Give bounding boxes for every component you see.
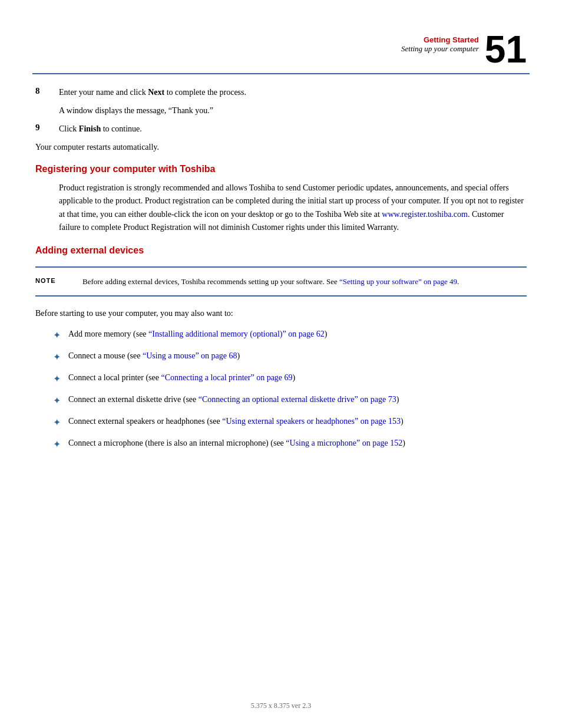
toshiba-register-link[interactable]: www.register.toshiba.com xyxy=(382,210,468,219)
link-speakers[interactable]: “Using external speakers or headphones” … xyxy=(222,417,401,426)
chapter-subtitle: Setting up your computer xyxy=(401,44,479,54)
body-text-after-steps: Your computer restarts automatically. xyxy=(35,141,527,153)
header-right: Getting Started Setting up your computer… xyxy=(401,35,527,68)
note-link[interactable]: “Setting up your software” on page 49 xyxy=(339,277,457,286)
bullet-content-6: Connect a microphone (there is also an i… xyxy=(68,437,527,449)
page-header: Getting Started Setting up your computer… xyxy=(0,0,562,68)
bullet-diamond-4: ✦ xyxy=(53,394,62,408)
main-content: 8 Enter your name and click Next to comp… xyxy=(0,86,562,452)
step-8-text: Enter your name and click Next to comple… xyxy=(59,86,246,98)
bullet-content-1: Add more memory (see “Installing additio… xyxy=(68,328,527,340)
bullet-item-6: ✦ Connect a microphone (there is also an… xyxy=(53,437,527,452)
step-9: 9 Click Finish to continue. xyxy=(35,123,527,135)
bullet-item-2: ✦ Connect a mouse (see “Using a mouse” o… xyxy=(53,350,527,364)
link-mouse[interactable]: “Using a mouse” on page 68 xyxy=(143,351,237,360)
bullet-content-4: Connect an external diskette drive (see … xyxy=(68,393,527,406)
section1-heading: Registering your computer with Toshiba xyxy=(35,164,527,174)
header-text-block: Getting Started Setting up your computer xyxy=(401,35,479,54)
note-box: NOTE Before adding external devices, Tos… xyxy=(35,266,527,297)
step-9-text: Click Finish to continue. xyxy=(59,123,142,135)
note-text: Before adding external devices, Toshiba … xyxy=(82,276,459,288)
step-8-continuation: A window displays the message, “Thank yo… xyxy=(35,104,527,117)
link-diskette[interactable]: “Connecting an optional external diskett… xyxy=(199,395,396,404)
page-container: Getting Started Setting up your computer… xyxy=(0,0,562,728)
link-microphone[interactable]: “Using a microphone” on page 152 xyxy=(286,439,402,447)
section2-intro: Before starting to use your computer, yo… xyxy=(35,307,527,319)
link-memory[interactable]: “Installing additional memory (optional)… xyxy=(148,330,325,338)
section2-heading: Adding external devices xyxy=(35,245,527,256)
step-8-number: 8 xyxy=(35,86,47,98)
bullet-diamond-1: ✦ xyxy=(53,328,62,342)
section1-paragraph: Product registration is strongly recomme… xyxy=(35,182,527,235)
bullet-diamond-5: ✦ xyxy=(53,416,62,430)
bullet-diamond-3: ✦ xyxy=(53,372,62,386)
link-printer[interactable]: “Connecting a local printer” on page 69 xyxy=(161,373,292,382)
page-number: 51 xyxy=(485,31,527,68)
top-rule xyxy=(32,73,530,74)
bullet-diamond-2: ✦ xyxy=(53,350,62,364)
note-label: NOTE xyxy=(35,277,71,284)
bullet-item-1: ✦ Add more memory (see “Installing addit… xyxy=(53,328,527,342)
step-9-number: 9 xyxy=(35,123,47,135)
chapter-title: Getting Started xyxy=(401,35,479,44)
page-footer: 5.375 x 8.375 ver 2.3 xyxy=(0,701,562,710)
bullet-item-3: ✦ Connect a local printer (see “Connecti… xyxy=(53,371,527,386)
bullet-item-5: ✦ Connect external speakers or headphone… xyxy=(53,415,527,430)
bullet-diamond-6: ✦ xyxy=(53,437,62,452)
bullet-item-4: ✦ Connect an external diskette drive (se… xyxy=(53,393,527,408)
bullet-content-5: Connect external speakers or headphones … xyxy=(68,415,527,427)
bullet-list: ✦ Add more memory (see “Installing addit… xyxy=(35,328,527,452)
bullet-content-3: Connect a local printer (see “Connecting… xyxy=(68,371,527,384)
bullet-content-2: Connect a mouse (see “Using a mouse” on … xyxy=(68,350,527,362)
step-8: 8 Enter your name and click Next to comp… xyxy=(35,86,527,98)
footer-text: 5.375 x 8.375 ver 2.3 xyxy=(251,701,311,710)
